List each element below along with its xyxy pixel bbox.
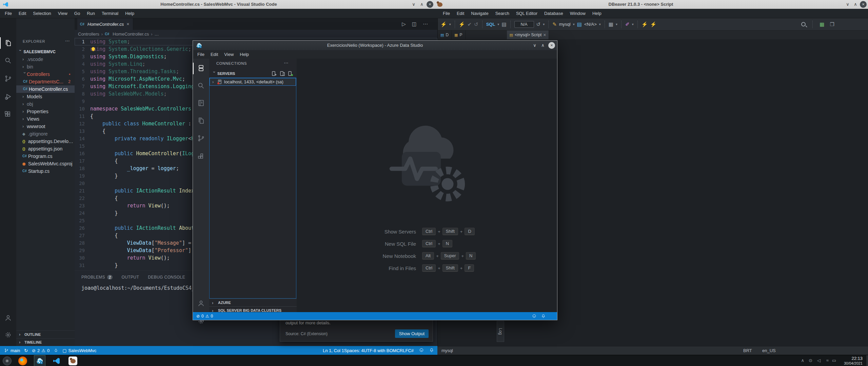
- ads-maximize-button[interactable]: ∧: [539, 42, 546, 49]
- status-item[interactable]: CRLF: [396, 348, 408, 353]
- ads-close-button[interactable]: ×: [548, 42, 555, 49]
- settings-gear-icon[interactable]: [4, 331, 12, 339]
- ads-problems-item[interactable]: ⊘ 0 ⚠ 0: [196, 314, 213, 319]
- tree-item-startup-cs[interactable]: C#Startup.cs: [16, 167, 75, 175]
- vscode-maximize-button[interactable]: ∧: [418, 1, 425, 8]
- tree-item--gitignore[interactable]: ◆.gitignore: [16, 130, 75, 138]
- schema-icon[interactable]: ▦: [609, 21, 613, 28]
- caret-down-icon[interactable]: ▾: [543, 22, 545, 26]
- tab-close-icon[interactable]: ×: [126, 21, 129, 27]
- caret-down-icon[interactable]: ▾: [497, 22, 499, 26]
- menu-item[interactable]: Help: [122, 9, 138, 18]
- results-grid-icon[interactable]: ▦: [820, 21, 824, 28]
- servers-section[interactable]: › SERVERS: [209, 69, 297, 78]
- panel-tab-output[interactable]: OUTPUT: [121, 273, 139, 282]
- caret-down-icon[interactable]: ▾: [573, 22, 575, 26]
- explorer-icon[interactable]: [197, 117, 205, 125]
- status-database[interactable]: mysql: [441, 348, 453, 353]
- project-root[interactable]: › SALESWEBMVC: [16, 48, 75, 56]
- source-control-icon[interactable]: [197, 134, 205, 142]
- tree-item-controllers[interactable]: ›Controllers●: [16, 70, 75, 78]
- extensions-icon[interactable]: [4, 110, 12, 119]
- server-tree-item[interactable]: › localhost, 1433, <default> (sa): [210, 78, 296, 86]
- connections-icon[interactable]: [197, 64, 205, 72]
- tree-item-departmentsc-[interactable]: C#DepartmentsC...2: [16, 78, 75, 85]
- tree-item-appsettings-json[interactable]: {}appsettings.json: [16, 145, 75, 152]
- new-script-icon[interactable]: ▤: [501, 21, 506, 28]
- tree-item-saleswebmvc-csproj[interactable]: ◉SalesWebMvc.csproj: [16, 160, 75, 167]
- dbeaver-taskbar-icon[interactable]: [68, 356, 78, 366]
- terminal-prompt[interactable]: joao@localhost:~/Documents/EstudoCS4_Ude…: [81, 285, 207, 291]
- run-debug-icon[interactable]: [4, 93, 12, 101]
- firefox-taskbar-icon[interactable]: [18, 356, 28, 366]
- notifications-bell-icon[interactable]: [541, 314, 546, 318]
- connect-shortcut-icon[interactable]: ⚡: [642, 21, 648, 28]
- search-icon[interactable]: [4, 57, 12, 65]
- menu-item[interactable]: Search: [492, 9, 513, 18]
- tree-item-properties[interactable]: ›Properties: [16, 108, 75, 115]
- dbeaver-minimize-button[interactable]: ∨: [844, 1, 851, 8]
- menu-item[interactable]: Edit: [15, 9, 29, 18]
- menu-item[interactable]: SQL Editor: [513, 9, 541, 18]
- breadcrumb-folder[interactable]: Controllers: [78, 32, 99, 37]
- connect-icon[interactable]: ⚡: [459, 21, 465, 28]
- log-panel-tab[interactable]: Log: [497, 321, 504, 342]
- disconnect-shortcut-icon[interactable]: ⚡: [650, 21, 656, 28]
- dbeaver-maximize-button[interactable]: ∧: [852, 1, 859, 8]
- notifications-bell-icon[interactable]: [429, 348, 434, 353]
- menu-item[interactable]: Help: [589, 9, 605, 18]
- tab-projects[interactable]: ▦ P: [452, 30, 465, 39]
- search-icon[interactable]: [197, 82, 205, 90]
- ads-taskbar-icon-active[interactable]: [34, 355, 45, 366]
- vscode-close-button[interactable]: ×: [427, 1, 433, 8]
- transaction-mode-button[interactable]: N/A: [514, 21, 534, 28]
- database-selector[interactable]: <N/A>: [584, 22, 597, 27]
- new-server-group-icon[interactable]: [280, 71, 285, 76]
- vscode-minimize-button[interactable]: ∨: [410, 1, 417, 8]
- source-control-icon[interactable]: [4, 75, 12, 83]
- menu-item[interactable]: Selection: [29, 9, 54, 18]
- tree-item-appsettings-develop-[interactable]: {}appsettings.Develop...: [16, 138, 75, 145]
- window-layout-icon[interactable]: ❒: [830, 21, 834, 28]
- tray-mic-icon[interactable]: ⊙: [809, 358, 812, 363]
- panel-tab-debug-console[interactable]: DEBUG CONSOLE: [148, 273, 185, 282]
- status-item[interactable]: Ln 1, Col 1: [323, 348, 344, 353]
- menu-item[interactable]: Database: [541, 9, 567, 18]
- menu-item[interactable]: Run: [83, 9, 98, 18]
- tree-item-bin[interactable]: ›bin: [16, 63, 75, 70]
- app-launcher-button[interactable]: [2, 356, 12, 366]
- tab-close-icon[interactable]: ×: [543, 32, 546, 38]
- menu-item[interactable]: Navigate: [468, 9, 492, 18]
- vscode-taskbar-icon[interactable]: [52, 356, 62, 366]
- feedback-icon[interactable]: [419, 348, 424, 353]
- status-item[interactable]: UTF-8 with BOM: [364, 348, 397, 353]
- show-output-button[interactable]: Show Output: [395, 329, 429, 338]
- project-item[interactable]: ▢ SalesWebMvc: [62, 348, 96, 353]
- tree-item-obj[interactable]: ›obj: [16, 100, 75, 108]
- tree-item-program-cs[interactable]: C#Program.cs: [16, 152, 75, 160]
- active-connections-icon[interactable]: [288, 71, 293, 76]
- run-button[interactable]: ▷: [402, 21, 406, 27]
- connection-selector[interactable]: mysql: [559, 22, 571, 27]
- caret-down-icon[interactable]: ▾: [616, 22, 617, 26]
- tree-item-wwwroot[interactable]: ›wwwroot: [16, 123, 75, 130]
- explorer-more-icon[interactable]: ⋯: [65, 38, 70, 43]
- extensions-icon[interactable]: [197, 152, 205, 161]
- account-icon[interactable]: [197, 299, 205, 307]
- caret-down-icon[interactable]: ▾: [632, 22, 634, 26]
- tree-item-models[interactable]: ›Models: [16, 93, 75, 100]
- clock[interactable]: 22:13 30/04/2021: [844, 356, 863, 366]
- tray-network-icon[interactable]: ≈: [826, 358, 829, 363]
- notebooks-icon[interactable]: [197, 99, 205, 107]
- menu-item[interactable]: Edit: [453, 9, 468, 18]
- tray-volume-icon[interactable]: ◁: [817, 358, 821, 363]
- menu-item[interactable]: Help: [237, 50, 252, 59]
- connections-more-icon[interactable]: ⋯: [284, 60, 289, 65]
- more-actions-icon[interactable]: ⋯: [423, 21, 428, 27]
- breadcrumb-symbol[interactable]: …: [154, 32, 159, 37]
- rollback-icon[interactable]: ↺: [474, 21, 478, 28]
- dbeaver-close-button[interactable]: ×: [860, 1, 867, 8]
- menu-item[interactable]: Window: [567, 9, 589, 18]
- omnisharp-flame-item[interactable]: [54, 348, 58, 353]
- show-desktop-strip[interactable]: [866, 355, 868, 366]
